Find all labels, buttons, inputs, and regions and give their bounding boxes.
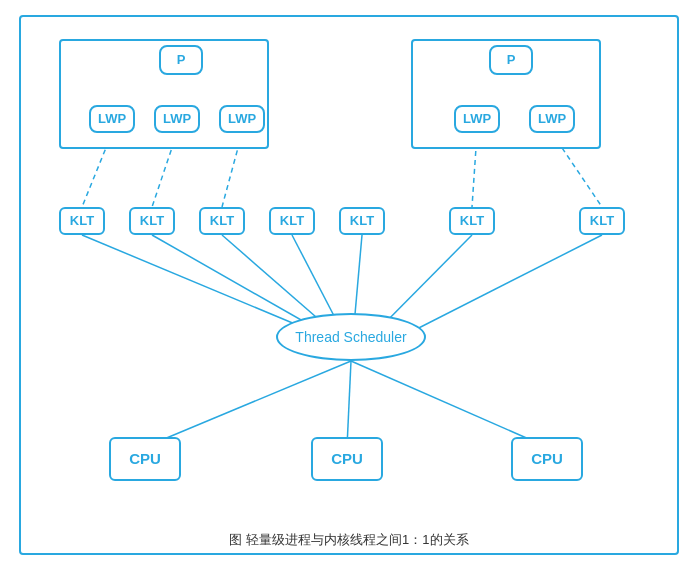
p-node-1: P [159,45,203,75]
lwp-node-1: LWP [89,105,135,133]
svg-line-19 [351,361,547,447]
lwp-node-4: LWP [454,105,500,133]
cpu-node-3: CPU [511,437,583,481]
svg-line-16 [401,235,602,337]
thread-scheduler: Thread Scheduler [276,313,426,361]
outer-frame: P P LWP LWP LWP LWP LWP KLT KLT KLT KLT … [19,15,679,555]
svg-line-10 [82,235,326,337]
caption: 图 轻量级进程与内核线程之间1：1的关系 [21,527,677,549]
svg-line-18 [347,361,351,447]
diagram-area: P P LWP LWP LWP LWP LWP KLT KLT KLT KLT … [21,17,677,527]
lwp-node-5: LWP [529,105,575,133]
cpu-node-2: CPU [311,437,383,481]
svg-line-17 [145,361,351,447]
klt-node-7: KLT [579,207,625,235]
p-node-2: P [489,45,533,75]
klt-node-1: KLT [59,207,105,235]
klt-node-3: KLT [199,207,245,235]
lwp-node-2: LWP [154,105,200,133]
cpu-node-1: CPU [109,437,181,481]
klt-node-5: KLT [339,207,385,235]
klt-node-2: KLT [129,207,175,235]
lwp-node-3: LWP [219,105,265,133]
klt-node-4: KLT [269,207,315,235]
klt-node-6: KLT [449,207,495,235]
